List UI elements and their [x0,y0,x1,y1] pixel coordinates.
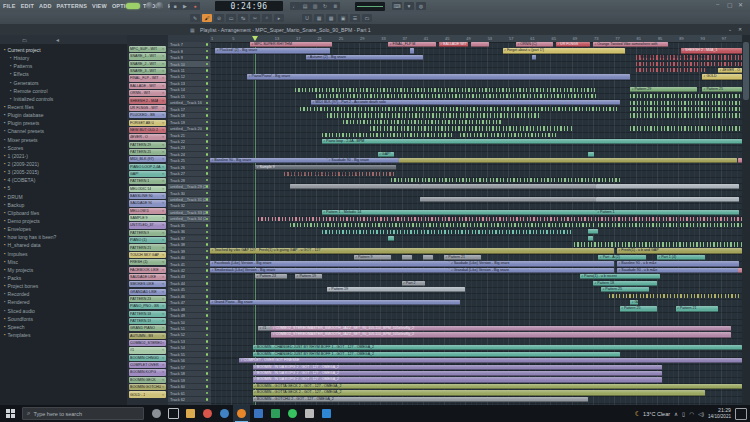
track-mute-led[interactable] [206,211,209,214]
clip[interactable] [420,197,596,202]
browser-item-backup[interactable]: ▪Backup [0,201,127,209]
taskbar-app-vscode[interactable] [318,405,335,422]
clip-gap[interactable]: ♪ GAP [630,300,638,305]
picker-chip-boomin-kopg[interactable]: BOOMIN KOPG≡ [129,369,166,375]
clip-piano-piano-big-snare[interactable]: ♪ Piano/Piano! - Big snare [247,74,630,79]
taskbar-app-photos[interactable] [250,405,267,422]
picker-chip-sheesh-2-m4a[interactable]: SHEESH 2 - M4A≡ [129,97,166,103]
picker-chip-pattern-1[interactable]: PATTERN 1≡ [129,178,166,184]
picker-chip-facebook-like[interactable]: FACEBOOK LIKE≡ [129,267,166,273]
picker-chip-melodic-14[interactable]: MELODIC 14≡ [129,186,166,192]
clip-boomin-gotta-geck-2-got-127-[interactable]: ♪ BOOMIN - GOTTA GECK 2 - GOT - 127 - OM… [253,384,742,389]
clip[interactable] [290,223,596,227]
browser-item-soundfonts[interactable]: ▪Soundfonts [0,315,127,323]
browser-item-remote-control[interactable]: ▪Remote control [0,87,127,95]
clip[interactable] [598,217,742,221]
clip-forget-about-u-part-1-[interactable]: ♪ Forget about u (part 1!) [503,48,625,53]
pat-song-switch[interactable] [126,3,140,9]
browser-item-1-2021-[interactable]: ▪1 (2021-) [0,152,127,160]
picker-chip-pattern-18[interactable]: PATTERN 18≡ [129,311,166,317]
track-mute-led[interactable] [206,398,209,401]
picker-chip-piano-loop-2-4a[interactable]: PIANO LOOP 2,4A≡ [129,164,166,170]
browser-item-rendered[interactable]: ▪Rendered [0,298,127,306]
browser-item-history[interactable]: ▪History [0,54,127,62]
clip-sample-9[interactable]: ♪ Sample 9 [255,165,396,170]
track-mute-led[interactable] [206,108,209,111]
picker-chip-midi-blk-97-[interactable]: MIDI_BLK (97)≡ [129,156,166,162]
clip-combo2-stereomaster-smooth-j[interactable]: ♪ COMBO2_STEREOMASTER_SMOOTH_JAZZ_SET_90… [271,326,731,331]
clip[interactable] [370,126,572,130]
vertical-scrollbar-thumb[interactable] [743,42,749,100]
notification-center-icon[interactable] [735,408,747,420]
browser-item-recent-files[interactable]: ▪Recent files [0,103,127,111]
picker-chip-boomin-chngd[interactable]: BOOMIN CHNGD≡ [129,355,166,361]
browser-item-5[interactable]: ▪5 [0,184,127,192]
clip-fresh-1-u-b-and-gap[interactable]: ♪ Fresh(1) - u b and GAP [617,248,742,253]
channel-rack-icon[interactable]: ▣ [338,14,348,22]
track-mute-led[interactable] [206,379,209,382]
track-mute-led[interactable] [206,198,209,201]
clip-plucked-2-big-snare[interactable]: ♪ Plucked! (2) - Big snare [215,48,329,53]
picker-chip-sample-9[interactable]: SAMPLE 9≡ [129,215,166,221]
browser-item-plugin-database[interactable]: ▪Plugin database [0,111,127,119]
track-mute-led[interactable] [206,134,209,137]
track-mute-led[interactable] [206,269,209,272]
taskbar-app-fl-studio[interactable] [233,405,250,422]
taskbar-app-file-explorer[interactable] [182,405,199,422]
clip-pattern-25[interactable]: ♪ Pattern 25 [702,87,742,92]
clip-pattern-23[interactable]: ♪ Pattern 23 [255,274,287,279]
master-volume-knob[interactable] [146,2,153,9]
playlist-close-icon[interactable]: ✕ [738,26,742,32]
track-mute-led[interactable] [206,127,209,130]
clip-gap-[interactable]: ♪ GAP! [378,152,394,157]
clip[interactable] [596,197,740,202]
clip-saudade-90-u-b-m-e[interactable]: ♪ Saudade 90 - u b m&e [617,268,739,273]
track-mute-led[interactable] [206,172,209,175]
picker-chip-combo2-stereo[interactable]: COMBO2_STEREO≡ [129,340,166,346]
browser-item-project-bones[interactable]: ▪Project bones [0,282,127,290]
clip-grand-piano-big-snare[interactable]: ♪ Grand Piano - Big snare [210,300,460,305]
playlist-window-icon[interactable]: ▦ [314,14,324,22]
time-display[interactable]: 0:24:96 [215,1,283,11]
browser-item-scores[interactable]: ▪Scores [0,144,127,152]
clip-sheesh-2-m4a-1[interactable]: ♪ SHEESH 2 - M4A_1 [681,48,742,53]
clip-new-but-old-2-not-2-day-2-pa[interactable]: ♪ NEW BUT OLD 2 - NOT 2 - DAY 2 - Part 1 [636,55,742,59]
track-mute-led[interactable] [206,89,209,92]
clip-pattern-21[interactable]: ♪ Pattern 21 [676,306,719,311]
track-mute-led[interactable] [206,301,209,304]
picker-chip-bassline-90[interactable]: BASSLINE 90≡ [129,193,166,199]
taskbar-app-chrome[interactable] [199,405,216,422]
clip[interactable] [598,223,742,227]
picker-chip-4ever-o[interactable]: 4EVER - O≡ [129,134,166,140]
track-mute-led[interactable] [206,218,209,221]
browser-item-clipboard-files[interactable]: ▪Clipboard files [0,209,127,217]
clip[interactable] [322,230,572,234]
clip[interactable] [343,120,503,124]
track-mute-led[interactable] [206,282,209,285]
stop-button[interactable]: ■ [170,2,180,10]
picker-chip-pattern-21[interactable]: PATTERN 21≡ [129,244,166,250]
track-mute-led[interactable] [206,308,209,311]
browser-item-initialized-controls[interactable]: ▪Initialized controls [0,95,127,103]
clip[interactable] [630,126,742,130]
menu-item-edit[interactable]: EDIT [21,3,34,9]
clip-boomin-gotta-geck-2-got-127-[interactable]: ♪ BOOMIN - GOTTA GECK 2 - GOT - 127 - OM… [253,390,705,395]
clip[interactable] [322,133,455,137]
track-mute-led[interactable] [206,347,209,350]
browser-item-2-2009-2021-[interactable]: ▪2 (2009-2021) [0,160,127,168]
picker-chip-ballade-wit[interactable]: BALLADE - WIT≡ [129,83,166,89]
clip-pattern-19[interactable]: ♪ Pattern 19 [295,274,322,279]
tray-expand-icon[interactable]: ∧ [674,411,678,417]
track-mute-led[interactable] [206,50,209,53]
track-mute-led[interactable] [206,276,209,279]
track-mute-led[interactable] [206,314,209,317]
menu-item-view[interactable]: VIEW [92,3,107,9]
picker-chip-snare-1-wit[interactable]: SNARE_1 - WIT≡ [129,53,166,59]
picker-chip-gap-[interactable]: GAP!≡ [129,171,166,177]
window-close-button[interactable]: ✕ [738,1,743,8]
track-header-62[interactable]: Track 62 [168,397,210,403]
clip-bassline-90-big-snare[interactable]: ♪ Bassline 90 - Big snare [210,158,327,163]
clip[interactable] [596,184,740,189]
track-mute-led[interactable] [206,289,209,292]
picker-chip-final-flp-wit[interactable]: FINAL_FLP - WIT≡ [129,75,166,81]
